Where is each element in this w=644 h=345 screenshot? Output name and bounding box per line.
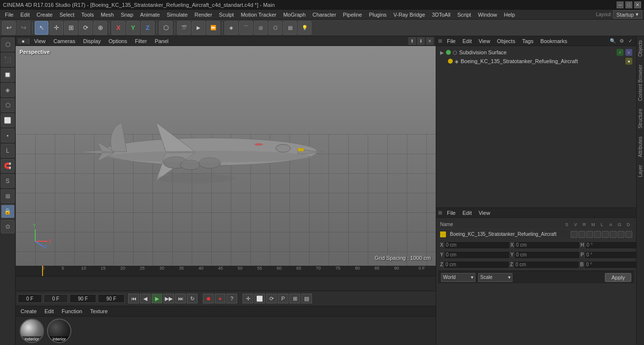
autokey-button[interactable]: ● (215, 294, 225, 303)
render-frame-button[interactable]: ▶ (192, 21, 205, 35)
menu-render[interactable]: Render (192, 11, 215, 18)
mat-menu-create[interactable]: Create (19, 308, 39, 314)
view-display-button[interactable]: ▤ (283, 21, 297, 35)
coord-space-dropdown[interactable]: World ▾ (441, 273, 475, 282)
menu-snap[interactable]: Snap (118, 11, 136, 18)
coord-y-pos-input[interactable] (444, 251, 510, 259)
tab-content-browser[interactable]: Content Browser (637, 61, 644, 105)
viewport-menu-panel[interactable]: Panel (152, 38, 171, 44)
go-end-button[interactable]: ⏭ (175, 294, 186, 303)
mat-menu-texture[interactable]: Texture (88, 308, 110, 314)
coord-z-pos-input[interactable] (444, 261, 510, 269)
spline-button[interactable]: L (1, 144, 15, 158)
coord-p-input[interactable] (584, 251, 636, 259)
axis-z-button[interactable]: Z (141, 21, 155, 35)
cube-button[interactable]: ▪ (1, 129, 15, 142)
menu-help[interactable]: Help (501, 11, 518, 18)
viewport-layout-button[interactable]: ⬇ (417, 37, 425, 45)
box-button[interactable]: ⬜ (1, 114, 15, 127)
record-button[interactable]: ⏺ (203, 294, 214, 303)
viewport-maximize-button[interactable]: ⬆ (408, 37, 416, 45)
view-light-button[interactable]: 💡 (298, 21, 311, 35)
close-button[interactable]: ✕ (634, 1, 641, 8)
tab-layer[interactable]: Layer (637, 161, 644, 181)
play-next-button[interactable]: ▶▶ (163, 294, 174, 303)
tab-structure[interactable]: Structure (637, 105, 644, 133)
attr-menu-file[interactable]: File (445, 210, 458, 216)
layout-dropdown[interactable]: Startup ▾ (613, 10, 642, 19)
panel-key-button[interactable]: ▤ (301, 294, 312, 303)
attr-flag-a[interactable] (610, 231, 617, 238)
snap-key-button[interactable]: P (278, 294, 289, 303)
view-persp-button[interactable]: ◈ (224, 21, 238, 35)
coord-h-input[interactable] (585, 241, 636, 249)
menu-create[interactable]: Create (34, 11, 56, 18)
object-item-subdivision[interactable]: ▶ ⬡ Subdivision Surface ✓ V (438, 48, 634, 57)
redo-button[interactable]: ↪ (17, 21, 30, 35)
lock-button[interactable]: 🔒 (1, 205, 15, 218)
obj-menu-bookmarks[interactable]: Bookmarks (538, 38, 569, 44)
current-frame-input[interactable] (18, 294, 42, 303)
obj-menu-objects[interactable]: Objects (495, 38, 517, 44)
coord-mode-dropdown[interactable]: Scale ▾ (478, 273, 512, 282)
attr-menu-edit[interactable]: Edit (461, 210, 474, 216)
coord-z-size-input[interactable] (513, 261, 579, 269)
material-exterior[interactable]: exterior (20, 319, 44, 343)
magnet-button[interactable]: 🧲 (1, 159, 15, 173)
tab-objects[interactable]: Objects (637, 36, 644, 61)
attr-menu-view[interactable]: View (477, 210, 492, 216)
paint-button[interactable]: ⊙ (1, 220, 15, 233)
view-polygon-button[interactable]: ⬡ (268, 21, 282, 35)
select-tool-button[interactable]: ↖ (35, 21, 48, 35)
menu-plugins[interactable]: Plugins (366, 11, 389, 18)
polygon-button[interactable]: ⬡ (1, 98, 15, 112)
render-queue-button[interactable]: ⏩ (206, 21, 220, 35)
object-mode-button[interactable]: ⬡ (1, 38, 15, 51)
obj-menu-edit[interactable]: Edit (461, 38, 474, 44)
select-key-button[interactable]: ⬜ (254, 294, 265, 303)
attr-flag-d[interactable] (625, 231, 632, 238)
coord-b-input[interactable] (584, 261, 636, 269)
coord-x-size-input[interactable] (514, 241, 580, 249)
play-button[interactable]: ▶ (152, 294, 162, 303)
menu-character[interactable]: Character (310, 11, 339, 18)
menu-mesh[interactable]: Mesh (98, 11, 117, 18)
menu-3dtoall[interactable]: 3DToAll (429, 11, 453, 18)
attr-flag-m[interactable] (594, 231, 601, 238)
apply-button[interactable]: Apply (605, 273, 631, 282)
obj-search-icon[interactable]: 🔍 (609, 37, 617, 45)
undo-button[interactable]: ↩ (2, 21, 16, 35)
attr-flag-s[interactable] (571, 231, 577, 238)
menu-mograph[interactable]: MoGraph (280, 11, 309, 18)
start-frame-input[interactable] (44, 294, 68, 303)
viewport-menu-filter[interactable]: Filter (132, 38, 150, 44)
smear-button[interactable]: S (1, 174, 15, 188)
obj-settings-icon[interactable]: ⚙ (618, 37, 625, 45)
play-back-button[interactable]: ◀ (140, 294, 151, 303)
timeline-ruler[interactable]: 0 5 10 15 20 25 30 35 40 45 50 55 60 65 … (16, 266, 436, 276)
axis-y-button[interactable]: Y (126, 21, 140, 35)
playhead[interactable] (42, 266, 43, 276)
mat-menu-function[interactable]: Function (60, 308, 84, 314)
coord-x-pos-input[interactable] (444, 241, 510, 249)
menu-script[interactable]: Script (454, 11, 474, 18)
rotate-tool-button[interactable]: ⟳ (79, 21, 92, 35)
object-item-boeing[interactable]: ◈ Boeing_KC_135_Stratotanker_Refueling_A… (438, 57, 634, 66)
menu-simulate[interactable]: Simulate (164, 11, 191, 18)
viewport-menu-display[interactable]: Display (80, 38, 104, 44)
loop-button[interactable]: ↻ (187, 294, 198, 303)
obj-checkmark-icon[interactable]: ✓ (626, 37, 634, 45)
menu-edit[interactable]: Edit (18, 11, 33, 18)
axis-x-button[interactable]: X (111, 21, 125, 35)
tab-attributes[interactable]: Attributes (637, 133, 644, 161)
attr-flag-l[interactable] (602, 231, 609, 238)
keyframe-button[interactable]: ? (226, 294, 237, 303)
material-interior[interactable]: interior (47, 319, 71, 343)
rotate-key-button[interactable]: ⟳ (266, 294, 277, 303)
maximize-button[interactable]: □ (625, 1, 632, 8)
attr-flag-r[interactable] (586, 231, 593, 238)
transform-tool-button[interactable]: ⊕ (93, 21, 107, 35)
obj-menu-file[interactable]: File (445, 38, 458, 44)
timeline-tracks[interactable] (16, 276, 436, 291)
view-curve-button[interactable]: ⌒ (239, 21, 253, 35)
